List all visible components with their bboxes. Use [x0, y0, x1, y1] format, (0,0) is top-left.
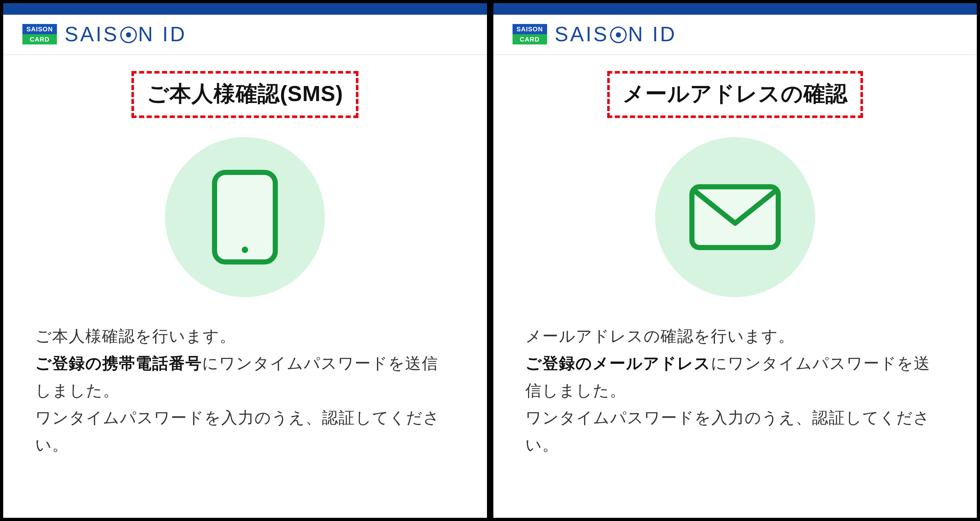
hero-icon-circle: [165, 137, 325, 297]
hero-icon-circle: [655, 137, 815, 297]
top-accent-bar: [3, 3, 487, 15]
content-area: メールアドレスの確認 メールアドレスの確認を行います。 ご登録のメールアドレスに…: [493, 55, 977, 472]
page-headline: ご本人様確認(SMS): [147, 79, 343, 108]
saison-card-logo: SAISON CARD: [22, 24, 57, 45]
description-text: メールアドレスの確認を行います。 ご登録のメールアドレスにワンタイムパスワードを…: [525, 323, 945, 459]
brand-saison-id: SAIS N ID: [65, 22, 187, 46]
page-headline: メールアドレスの確認: [622, 79, 848, 108]
mail-icon: [689, 183, 781, 251]
headline-highlight-box: ご本人様確認(SMS): [131, 71, 358, 118]
panel-sms: SAISON CARD SAIS N ID ご本人様確認(SMS) ご本人様: [0, 0, 490, 521]
description-text: ご本人様確認を行います。 ご登録の携帯電話番号にワンタイムパスワードを送信しまし…: [35, 323, 455, 459]
content-area: ご本人様確認(SMS) ご本人様確認を行います。 ご登録の携帯電話番号にワンタイ…: [3, 55, 487, 472]
brand-saison-id: SAIS N ID: [555, 22, 677, 46]
header: SAISON CARD SAIS N ID: [3, 15, 487, 55]
svg-point-1: [126, 32, 131, 37]
target-o-icon: [120, 27, 137, 43]
top-accent-bar: [493, 3, 977, 15]
target-o-icon: [610, 27, 627, 43]
headline-highlight-box: メールアドレスの確認: [607, 71, 863, 118]
saison-card-logo: SAISON CARD: [512, 24, 547, 45]
header: SAISON CARD SAIS N ID: [493, 15, 977, 55]
smartphone-icon: [212, 169, 278, 265]
svg-point-3: [242, 247, 248, 253]
panel-email: SAISON CARD SAIS N ID メールアドレスの確認 メールアド: [490, 0, 980, 521]
svg-point-5: [616, 32, 621, 37]
